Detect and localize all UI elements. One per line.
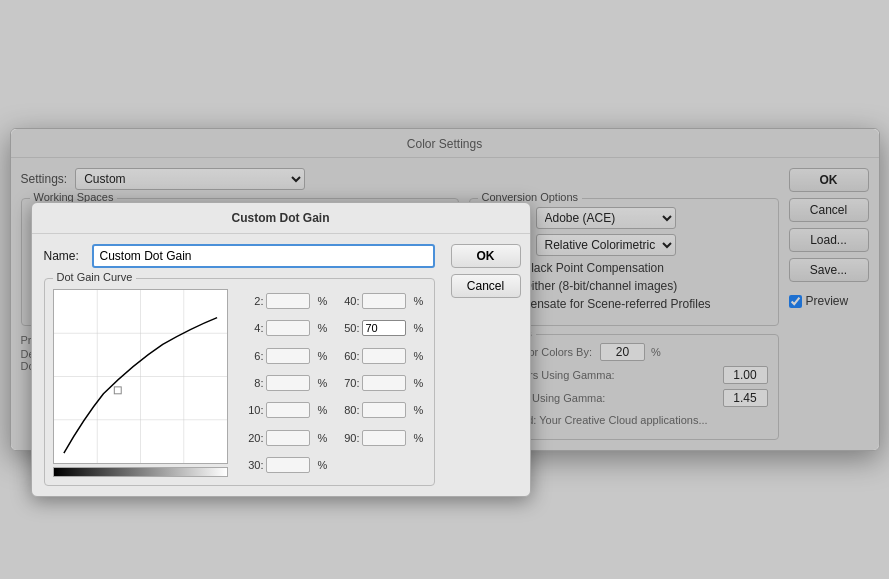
pct80-input[interactable] [362,402,406,418]
pct6-label: 6: [236,350,264,362]
pct90-label: 90: [332,432,360,444]
name-label: Name: [44,249,84,263]
dialog-title: Custom Dot Gain [32,203,530,234]
pct30-input[interactable] [266,457,310,473]
pct8-label: 8: [236,377,264,389]
pct6-input[interactable] [266,348,310,364]
curve-label: Dot Gain Curve [53,271,137,283]
pct20-input[interactable] [266,430,310,446]
curve-inputs: 2: % 40: % 4: % 50: [236,289,426,477]
dialog-buttons: OK Cancel [451,244,521,298]
pct70-input[interactable] [362,375,406,391]
pct10-label: 10: [236,404,264,416]
pct60-label: 60: [332,350,360,362]
pct70-label: 70: [332,377,360,389]
pct90-input[interactable] [362,430,406,446]
gradient-bar [53,467,228,477]
custom-dot-gain-dialog: Custom Dot Gain Name: Dot Gain Curve [31,202,531,497]
dialog-name-row: Name: [44,244,435,268]
name-input[interactable] [92,244,435,268]
pct50-label: 50: [332,322,360,334]
pct20-label: 20: [236,432,264,444]
curve-body: 2: % 40: % 4: % 50: [53,289,426,477]
color-settings-window: Color Settings Settings: Custom Working … [10,128,880,450]
pct60-input[interactable] [362,348,406,364]
pct2-label: 2: [236,295,264,307]
dialog-cancel-button[interactable]: Cancel [451,274,521,298]
pct50-input[interactable] [362,320,406,336]
pct30-label: 30: [236,459,264,471]
pct4-label: 4: [236,322,264,334]
pct80-label: 80: [332,404,360,416]
overlay-background: Custom Dot Gain Name: Dot Gain Curve [11,129,879,449]
pct8-input[interactable] [266,375,310,391]
curve-section: Dot Gain Curve [44,278,435,486]
curve-canvas-wrapper [53,289,228,477]
curve-canvas [53,289,228,464]
pct4-input[interactable] [266,320,310,336]
svg-rect-6 [114,387,121,394]
dialog-ok-button[interactable]: OK [451,244,521,268]
pct2-input[interactable] [266,293,310,309]
pct40-label: 40: [332,295,360,307]
pct40-input[interactable] [362,293,406,309]
dialog-content: Name: Dot Gain Curve [32,234,530,496]
pct10-input[interactable] [266,402,310,418]
